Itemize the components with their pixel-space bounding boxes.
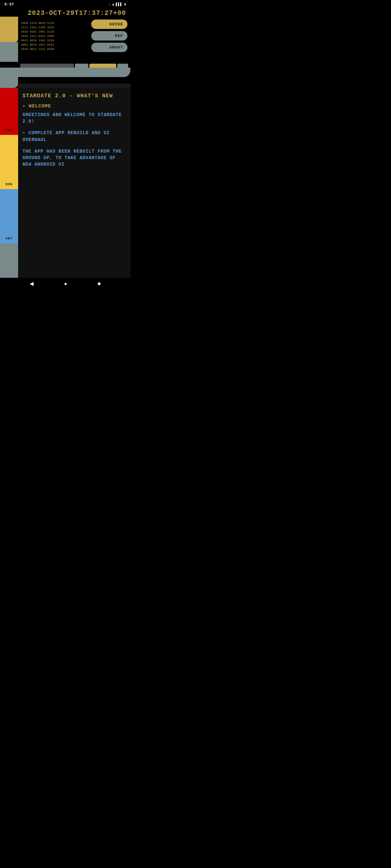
gray-strip-right bbox=[18, 68, 130, 77]
trek-tab-4 bbox=[117, 64, 128, 68]
nav-item-don[interactable]: DON bbox=[0, 135, 18, 189]
connector-area bbox=[0, 77, 130, 84]
content-panel: STARDATE 2.0 - WHAT'S NEW • WELCOME GREE… bbox=[18, 88, 130, 278]
buttons-column: GUIDE REF ABOUT bbox=[91, 20, 127, 62]
connector-dark-bottom bbox=[18, 84, 130, 88]
main-area: LOG DON ABT STARDATE 2.0 - WHAT'S NEW • … bbox=[0, 88, 130, 278]
battery-icon: ▮ bbox=[124, 2, 126, 7]
connector-left-top bbox=[0, 77, 18, 84]
status-bar: 5:37 ↓ ▲ ▌▌▌ ▮ bbox=[0, 0, 130, 9]
app-container: 5:37 ↓ ▲ ▌▌▌ ▮ 2023-OCT-29T17:37:27+00 1… bbox=[0, 0, 130, 289]
ref-button[interactable]: REF bbox=[91, 31, 127, 41]
about-button[interactable]: ABOUT bbox=[91, 43, 127, 52]
guide-button[interactable]: GUIDE bbox=[91, 20, 127, 29]
nav-item-gray bbox=[0, 243, 18, 278]
connector-bottom bbox=[0, 84, 130, 88]
greeting-text: GREETINGS AND WELCOME TO STARDATE 2.0! bbox=[22, 112, 126, 125]
home-button[interactable]: ● bbox=[64, 281, 67, 286]
top-section: 1000 1110 0010 1110 1111 1101 1100 1010 … bbox=[0, 17, 130, 62]
nav-label-abt: ABT bbox=[5, 237, 12, 241]
status-icons: ↓ ▲ ▌▌▌ ▮ bbox=[109, 2, 126, 7]
trek-tabs bbox=[18, 62, 130, 68]
gray-strip-area bbox=[0, 68, 130, 77]
signal-icon: ▲ bbox=[112, 3, 114, 7]
back-button[interactable]: ◀ bbox=[30, 281, 34, 286]
status-time: 5:37 bbox=[4, 2, 14, 7]
header-datetime-row: 2023-OCT-29T17:37:27+00 bbox=[0, 9, 130, 17]
nav-label-log: LOG bbox=[5, 128, 12, 132]
binary-text: 1000 1110 0010 1110 1111 1101 1100 1010 … bbox=[21, 21, 88, 51]
download-icon: ↓ bbox=[109, 3, 111, 7]
nav-sidebar: LOG DON ABT bbox=[0, 88, 18, 278]
trek-tab-1 bbox=[20, 64, 74, 68]
recents-button[interactable]: ■ bbox=[98, 281, 101, 286]
nav-item-abt[interactable]: ABT bbox=[0, 189, 18, 243]
nav-label-don: DON bbox=[5, 183, 12, 186]
connector-gray-bottom bbox=[0, 84, 18, 88]
datetime-title: 2023-OCT-29T17:37:27+00 bbox=[22, 9, 127, 17]
welcome-bullet: • WELCOME bbox=[22, 103, 126, 109]
rebuild-bullet: • COMPLETE APP REBUILD AND UI OVERHAUL bbox=[22, 130, 126, 143]
gray-strip-left bbox=[0, 68, 18, 77]
binary-buttons-area: 1000 1110 0010 1110 1111 1101 1100 1010 … bbox=[18, 17, 130, 62]
nav-item-log[interactable]: LOG bbox=[0, 88, 18, 135]
signal-bars-icon: ▌▌▌ bbox=[116, 3, 122, 7]
trek-tab-3 bbox=[89, 64, 116, 68]
section-title: STARDATE 2.0 - WHAT'S NEW bbox=[22, 93, 126, 99]
trek-tab-2 bbox=[75, 64, 88, 68]
gray-block bbox=[0, 42, 18, 62]
left-color-blocks bbox=[0, 17, 18, 62]
connector-right bbox=[18, 77, 130, 84]
bottom-nav: ◀ ● ■ bbox=[0, 278, 130, 289]
tan-block bbox=[0, 17, 18, 42]
detail-text: THE APP HAS BEEN REBUILT FROM THE GROUND… bbox=[22, 148, 126, 168]
binary-display: 1000 1110 0010 1110 1111 1101 1100 1010 … bbox=[21, 20, 88, 62]
